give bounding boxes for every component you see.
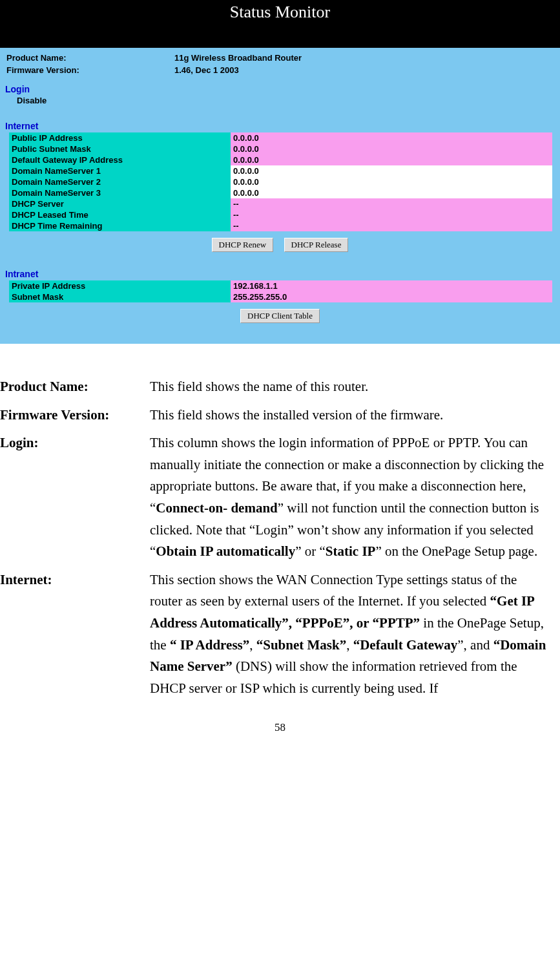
row-label: Default Gateway IP Address: [9, 154, 231, 165]
internet-button-row: DHCP Renew DHCP Release: [0, 231, 560, 265]
product-info-block: Product Name: 11g Wireless Broadband Rou…: [0, 48, 560, 80]
table-row: Domain NameServer 30.0.0.0: [9, 187, 552, 198]
text: This section shows the WAN Connection Ty…: [150, 572, 517, 609]
dhcp-renew-button[interactable]: DHCP Renew: [212, 238, 274, 252]
row-value: --: [231, 209, 552, 220]
row-value: 0.0.0.0: [231, 165, 552, 176]
doc-label: Product Name:: [0, 376, 150, 398]
text: ” on the OnePage Setup page.: [375, 543, 537, 559]
bold: Static IP: [326, 543, 376, 559]
doc-value: This column shows the login information …: [150, 432, 547, 563]
row-value: --: [231, 220, 552, 231]
bold: “ IP Address”: [170, 637, 249, 653]
table-row: Private IP Address192.168.1.1: [9, 280, 552, 291]
row-label: DHCP Server: [9, 198, 231, 209]
table-row: Public IP Address0.0.0.0: [9, 132, 552, 143]
row-label: Domain NameServer 1: [9, 165, 231, 176]
row-label: Public Subnet Mask: [9, 143, 231, 154]
bold: Obtain IP automatically: [156, 543, 295, 559]
firmware-label: Firmware Version:: [6, 65, 174, 75]
bold: “Subnet Mask”: [256, 637, 346, 653]
row-value: --: [231, 198, 552, 209]
row-label: Public IP Address: [9, 132, 231, 143]
doc-product-name: Product Name: This field shows the name …: [0, 376, 547, 398]
row-value: 0.0.0.0: [231, 187, 552, 198]
product-name-value: 11g Wireless Broadband Router: [174, 53, 302, 63]
intranet-table: Private IP Address192.168.1.1 Subnet Mas…: [9, 280, 552, 302]
text: ,: [346, 637, 353, 653]
table-row: DHCP Server --: [9, 198, 552, 209]
product-name-label: Product Name:: [6, 53, 174, 63]
row-label: Subnet Mask: [9, 291, 231, 302]
dhcp-release-button[interactable]: DHCP Release: [284, 238, 349, 252]
bold: Connect-on- demand: [156, 500, 277, 516]
doc-value: This field shows the name of this router…: [150, 376, 547, 398]
text: ,: [249, 637, 256, 653]
page-number: 58: [0, 706, 560, 741]
table-row: Subnet Mask255.255.255.0: [9, 291, 552, 302]
doc-internet: Internet: This section shows the WAN Con…: [0, 569, 547, 700]
row-value: 192.168.1.1: [231, 280, 552, 291]
internet-table: Public IP Address0.0.0.0 Public Subnet M…: [9, 132, 552, 231]
table-row: Domain NameServer 10.0.0.0: [9, 165, 552, 176]
table-row: DHCP Time Remaining --: [9, 220, 552, 231]
login-section-header: Login: [0, 84, 560, 94]
doc-label: Firmware Version:: [0, 405, 150, 426]
doc-value: This field shows the installed version o…: [150, 405, 547, 426]
bold: “Default Gateway: [353, 637, 458, 653]
page-title: Status Monitor: [0, 0, 560, 48]
intranet-section-header: Intranet: [0, 269, 560, 279]
row-label: Private IP Address: [9, 280, 231, 291]
row-label: Domain NameServer 2: [9, 176, 231, 187]
row-label: Domain NameServer 3: [9, 187, 231, 198]
row-value: 255.255.255.0: [231, 291, 552, 302]
table-row: Public Subnet Mask0.0.0.0: [9, 143, 552, 154]
status-monitor-screenshot: Status Monitor Product Name: 11g Wireles…: [0, 0, 560, 344]
row-value: 0.0.0.0: [231, 132, 552, 143]
product-name-row: Product Name: 11g Wireless Broadband Rou…: [6, 53, 554, 63]
doc-label: Internet:: [0, 569, 150, 700]
intranet-button-row: DHCP Client Table: [0, 302, 560, 336]
text: ” or “: [295, 543, 326, 559]
row-label: DHCP Leased Time: [9, 209, 231, 220]
row-value: 0.0.0.0: [231, 154, 552, 165]
login-value: Disable: [0, 96, 560, 117]
doc-label: Login:: [0, 432, 150, 563]
text: ”, and: [457, 637, 493, 653]
row-value: 0.0.0.0: [231, 176, 552, 187]
doc-value: This section shows the WAN Connection Ty…: [150, 569, 547, 700]
table-row: Default Gateway IP Address0.0.0.0: [9, 154, 552, 165]
doc-login: Login: This column shows the login infor…: [0, 432, 547, 563]
doc-firmware: Firmware Version: This field shows the i…: [0, 405, 547, 426]
table-row: Domain NameServer 20.0.0.0: [9, 176, 552, 187]
table-row: DHCP Leased Time --: [9, 209, 552, 220]
documentation-text: Product Name: This field shows the name …: [0, 344, 560, 699]
row-value: 0.0.0.0: [231, 143, 552, 154]
firmware-row: Firmware Version: 1.46, Dec 1 2003: [6, 65, 554, 75]
row-label: DHCP Time Remaining: [9, 220, 231, 231]
internet-section-header: Internet: [0, 121, 560, 131]
firmware-value: 1.46, Dec 1 2003: [174, 65, 239, 75]
dhcp-client-table-button[interactable]: DHCP Client Table: [240, 309, 320, 323]
